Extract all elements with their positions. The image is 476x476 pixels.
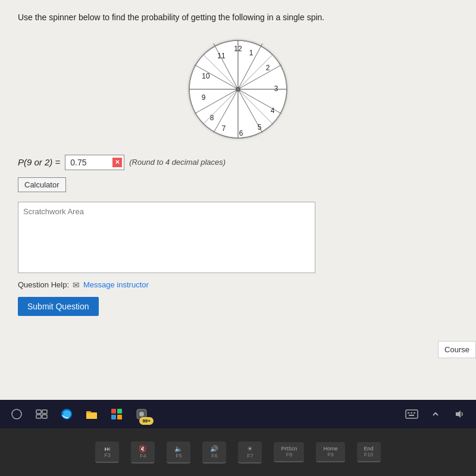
svg-text:8: 8 (210, 114, 214, 122)
svg-marker-49 (456, 411, 461, 418)
svg-text:1: 1 (249, 49, 253, 57)
key-f6[interactable]: 🔊 F6 (202, 441, 226, 464)
answer-input-wrapper: ✕ (65, 155, 124, 170)
clear-button[interactable]: ✕ (112, 158, 122, 167)
svg-rect-37 (86, 413, 97, 419)
svg-text:5: 5 (258, 123, 262, 131)
file-explorer-icon[interactable] (82, 405, 101, 424)
svg-point-31 (12, 409, 21, 419)
notification-badge: 99+ (139, 417, 154, 425)
svg-rect-47 (414, 412, 415, 414)
key-f4[interactable]: 🔇 F4 (131, 441, 155, 464)
question-help-label: Question Help: (18, 280, 69, 289)
task-view-icon[interactable] (32, 405, 51, 424)
answer-row: P(9 or 2) = ✕ (Round to 4 decimal places… (18, 155, 458, 170)
key-symbol: End (364, 446, 374, 452)
svg-rect-44 (406, 410, 418, 418)
key-f3[interactable]: ⏭ F3 (95, 441, 119, 463)
key-symbol: 🔇 (138, 445, 148, 453)
key-label: F4 (138, 453, 148, 459)
svg-rect-40 (111, 415, 116, 419)
question-text: Use the spinner below to find the probab… (18, 12, 458, 24)
svg-rect-45 (408, 412, 409, 414)
main-content: Use the spinner below to find the probab… (0, 0, 476, 400)
key-label: F6 (209, 453, 219, 459)
question-help: Question Help: ✉ Message instructor (18, 280, 458, 290)
windows-search-icon[interactable] (7, 405, 26, 424)
svg-text:7: 7 (222, 124, 226, 133)
apps-grid-icon[interactable] (107, 405, 126, 424)
key-f5[interactable]: 🔈 F5 (167, 441, 190, 464)
key-symbol: 🔊 (209, 445, 219, 453)
key-label: F7 (245, 453, 255, 459)
envelope-icon: ✉ (73, 280, 80, 290)
key-label: F9 (323, 452, 337, 458)
key-symbol: ⏭ (102, 445, 112, 452)
key-symbol: ☀ (245, 445, 255, 453)
chevron-up-icon[interactable] (426, 405, 445, 424)
submit-button[interactable]: Submit Question (18, 297, 99, 316)
key-f7[interactable]: ☀ F7 (238, 441, 262, 464)
sound-icon[interactable] (450, 405, 469, 424)
svg-rect-41 (117, 415, 122, 419)
svg-text:11: 11 (217, 52, 226, 60)
svg-text:2: 2 (266, 64, 270, 72)
key-label: F5 (174, 453, 183, 459)
calculator-button[interactable]: Calculator (18, 177, 66, 192)
key-f10[interactable]: End F10 (357, 442, 381, 462)
scratchwork-area[interactable] (18, 202, 315, 273)
svg-rect-48 (409, 415, 414, 416)
svg-rect-38 (111, 409, 116, 414)
svg-rect-39 (117, 409, 122, 414)
taskbar: 99+ (0, 400, 476, 428)
message-instructor-link[interactable]: Message instructor (83, 280, 149, 289)
svg-text:9: 9 (202, 93, 206, 102)
spinner-svg: 12 1 2 3 4 5 6 7 8 9 10 (184, 36, 292, 143)
taskbar-right (402, 405, 469, 424)
probability-label: P(9 or 2) = (18, 157, 60, 167)
key-label: F10 (364, 452, 374, 458)
round-note: (Round to 4 decimal places) (129, 158, 226, 167)
key-symbol: 🔈 (174, 445, 183, 453)
svg-text:4: 4 (271, 107, 275, 115)
key-label: F3 (102, 452, 112, 458)
spinner-container: 12 1 2 3 4 5 6 7 8 9 10 (18, 36, 458, 143)
key-f9[interactable]: Home F9 (316, 442, 345, 462)
keyboard-area: ⏭ F3 🔇 F4 🔈 F5 🔊 F6 ☀ F7 PrtScn F8 Home … (0, 428, 476, 476)
spinner-wrapper: 12 1 2 3 4 5 6 7 8 9 10 (184, 36, 292, 143)
svg-rect-46 (411, 412, 412, 414)
key-symbol: Home (323, 446, 337, 452)
svg-rect-33 (42, 410, 47, 414)
svg-rect-32 (36, 410, 41, 414)
key-label: F8 (281, 452, 297, 458)
svg-point-43 (139, 412, 144, 416)
svg-rect-34 (36, 415, 41, 418)
key-symbol: PrtScn (281, 446, 297, 452)
key-f8[interactable]: PrtScn F8 (274, 442, 304, 462)
edge-icon[interactable] (57, 405, 76, 424)
course-button[interactable]: Course (438, 341, 476, 358)
svg-rect-35 (42, 415, 47, 418)
notification-app-icon[interactable]: 99+ (132, 405, 151, 424)
svg-text:3: 3 (274, 84, 278, 93)
svg-text:6: 6 (239, 129, 243, 137)
keyboard-icon[interactable] (402, 405, 421, 424)
svg-text:10: 10 (202, 72, 210, 80)
